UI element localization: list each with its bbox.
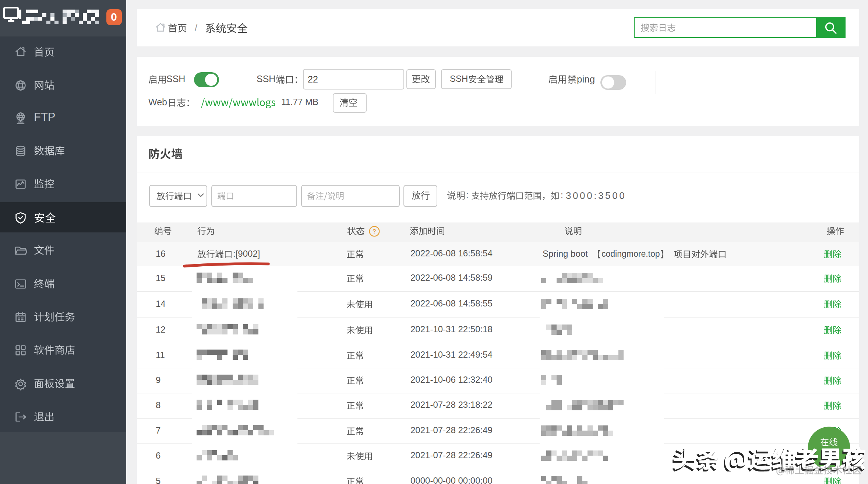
svg-text:?: ?	[373, 228, 376, 235]
